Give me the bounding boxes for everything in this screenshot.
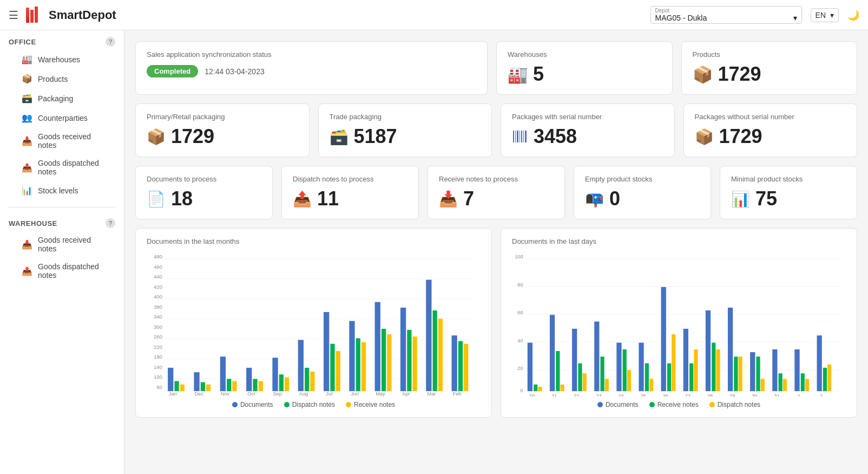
primary-retail-title: Primary/Retail packaging xyxy=(147,113,298,121)
svg-text:340: 340 xyxy=(154,314,162,320)
sidebar-item-counterparties[interactable]: 👥 Counterparties xyxy=(13,108,111,127)
svg-text:27: 27 xyxy=(685,393,691,397)
barcode-icon xyxy=(512,128,528,145)
main-layout: Office ? 🏭 Warehouses 📦 Products 🗃️ Pack… xyxy=(0,30,868,474)
svg-rect-123 xyxy=(756,356,760,391)
legend-dispatch-notes: Dispatch notes xyxy=(284,401,335,408)
primary-retail-value: 📦 1729 xyxy=(147,125,298,148)
primary-retail-card: Primary/Retail packaging 📦 1729 xyxy=(135,103,310,157)
sidebar-item-goods-received-office[interactable]: 📥 Goods received notes xyxy=(13,128,111,154)
sidebar-office-title: Office xyxy=(9,38,36,46)
svg-rect-45 xyxy=(279,374,284,391)
products-stat-card: Products 📦 1729 xyxy=(681,41,858,95)
sidebar-item-goods-dispatched-wh[interactable]: 📤 Goods dispatched notes xyxy=(13,258,111,284)
lang-selector[interactable]: EN xyxy=(811,8,839,22)
empty-stocks-value: 📭 0 xyxy=(585,187,700,210)
svg-rect-61 xyxy=(413,336,417,391)
svg-rect-113 xyxy=(683,329,688,391)
dispatch-to-process-card: Dispatch notes to process 📤 11 xyxy=(281,166,419,219)
primary-retail-icon: 📦 xyxy=(147,128,166,146)
svg-rect-115 xyxy=(694,349,698,391)
svg-rect-119 xyxy=(728,308,733,391)
sidebar-item-warehouses[interactable]: 🏭 Warehouses xyxy=(13,50,111,69)
svg-text:29: 29 xyxy=(729,393,735,397)
chart-months-title: Documents in the last months xyxy=(147,237,481,245)
svg-text:400: 400 xyxy=(154,294,162,300)
lang-chevron-icon xyxy=(828,11,834,20)
svg-rect-32 xyxy=(168,368,173,391)
sidebar-item-counterparties-label: Counterparties xyxy=(38,114,88,122)
chart-days-title: Documents in the last days xyxy=(512,237,846,245)
svg-rect-66 xyxy=(458,341,463,392)
sidebar-item-stock-levels[interactable]: 📊 Stock levels xyxy=(13,181,111,200)
svg-text:180: 180 xyxy=(154,354,162,360)
svg-rect-109 xyxy=(649,379,653,391)
svg-rect-36 xyxy=(201,382,205,391)
sidebar-item-products-label: Products xyxy=(38,75,68,83)
app-logo[interactable]: SmartDepot xyxy=(25,5,116,25)
legend-days-receive-notes: Receive notes xyxy=(649,401,699,408)
sidebar-item-goods-dispatched-office[interactable]: 📤 Goods dispatched notes xyxy=(13,154,111,180)
sidebar-item-goods-dispatched-wh-label: Goods dispatched notes xyxy=(38,262,102,280)
svg-text:Sep: Sep xyxy=(273,391,281,397)
menu-icon[interactable]: ☰ xyxy=(9,9,18,22)
svg-text:480: 480 xyxy=(154,254,162,259)
svg-rect-98 xyxy=(572,329,577,391)
svg-rect-47 xyxy=(298,340,304,391)
svg-rect-7 xyxy=(520,131,520,142)
svg-rect-132 xyxy=(823,368,827,391)
empty-stocks-title: Empty product stocks xyxy=(585,175,700,183)
chart-days-card: Documents in the last days 100 80 60 40 … xyxy=(501,228,857,418)
svg-rect-9 xyxy=(523,131,524,142)
chart-months-container: 480 460 440 420 400 380 340 300 260 220 … xyxy=(147,252,481,397)
svg-rect-2 xyxy=(35,7,38,23)
svg-text:28: 28 xyxy=(707,393,713,397)
svg-text:260: 260 xyxy=(154,334,162,340)
without-serial-title: Packages without serial number xyxy=(695,113,846,121)
svg-rect-1 xyxy=(30,10,34,23)
svg-rect-54 xyxy=(356,338,360,391)
sidebar-item-products[interactable]: 📦 Products xyxy=(13,69,111,88)
sidebar-item-goods-received-wh[interactable]: 📥 Goods received notes xyxy=(13,231,111,257)
svg-text:80: 80 xyxy=(517,282,523,288)
svg-text:380: 380 xyxy=(154,304,162,310)
dark-mode-button[interactable]: 🌙 xyxy=(847,9,859,21)
svg-rect-60 xyxy=(407,330,411,391)
sync-card-title: Sales application synchronization status xyxy=(147,50,476,59)
svg-rect-58 xyxy=(387,334,391,391)
docs-to-process-title: Documents to process xyxy=(147,175,261,183)
sidebar: Office ? 🏭 Warehouses 📦 Products 🗃️ Pack… xyxy=(0,30,124,474)
svg-text:60: 60 xyxy=(517,310,523,315)
goods-received-wh-icon: 📥 xyxy=(22,239,32,250)
chart-days-legend: Documents Receive notes Dispatch notes xyxy=(512,401,846,408)
svg-rect-64 xyxy=(438,319,443,391)
sidebar-item-packaging[interactable]: 🗃️ Packaging xyxy=(13,89,111,108)
svg-rect-125 xyxy=(772,349,777,391)
trade-value: 🗃️ 5187 xyxy=(330,125,481,148)
svg-rect-110 xyxy=(661,287,666,391)
svg-rect-116 xyxy=(706,310,711,391)
sidebar-office-section: Office ? 🏭 Warehouses 📦 Products 🗃️ Pack… xyxy=(0,30,124,203)
sidebar-item-goods-received-wh-label: Goods received notes xyxy=(38,236,102,253)
trade-title: Trade packaging xyxy=(330,113,481,121)
office-help-icon[interactable]: ? xyxy=(106,37,115,47)
svg-rect-8 xyxy=(521,131,522,142)
svg-rect-108 xyxy=(645,363,649,391)
svg-rect-10 xyxy=(525,131,527,142)
topbar-right: EN 🌙 xyxy=(811,8,859,22)
svg-rect-49 xyxy=(310,372,314,391)
cards-row-1: Sales application synchronization status… xyxy=(135,41,857,95)
svg-text:May: May xyxy=(376,391,385,397)
svg-rect-105 xyxy=(623,349,627,391)
svg-rect-122 xyxy=(750,352,755,391)
svg-text:0: 0 xyxy=(520,388,523,393)
sidebar-warehouse-header: Warehouse ? xyxy=(9,218,115,228)
svg-text:31: 31 xyxy=(774,393,779,397)
depot-selector[interactable]: Depot MAG05 - Dukla xyxy=(650,6,802,24)
dispatch-to-process-title: Dispatch notes to process xyxy=(293,175,407,183)
dispatch-process-icon: 📤 xyxy=(293,190,312,208)
svg-text:100: 100 xyxy=(154,374,162,380)
svg-text:140: 140 xyxy=(154,365,162,370)
minimal-stocks-title: Minimal product stocks xyxy=(731,175,846,183)
warehouse-help-icon[interactable]: ? xyxy=(106,218,115,228)
